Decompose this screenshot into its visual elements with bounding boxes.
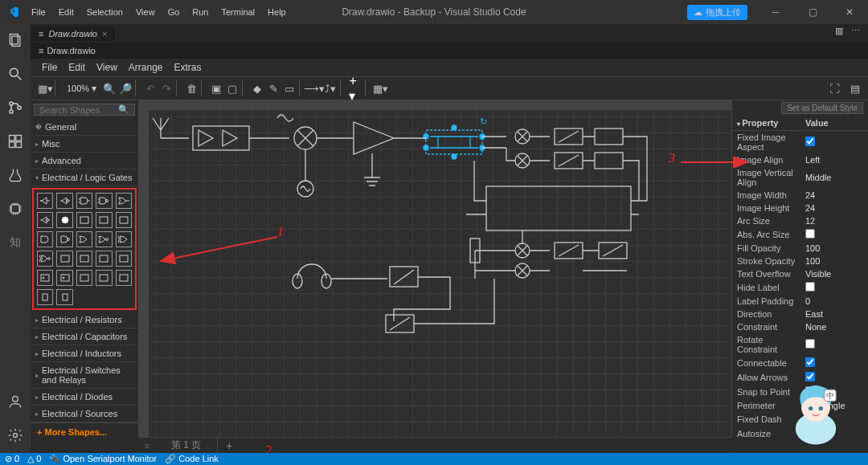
cat-switches[interactable]: ▸Electrical / Switches and Relays xyxy=(31,362,138,389)
gate-inv[interactable] xyxy=(37,212,53,228)
prop-value[interactable] xyxy=(805,386,815,398)
prop-value[interactable]: 24 xyxy=(805,203,815,213)
prop-row[interactable]: Snap to Point xyxy=(732,385,868,399)
prop-row[interactable]: Label Padding0 xyxy=(732,295,868,308)
breadcrumb-file[interactable]: Draw.drawio xyxy=(47,46,96,55)
gate-box3[interactable] xyxy=(116,212,132,228)
tab-draw-drawio[interactable]: ≡ Draw.drawio × xyxy=(31,27,115,41)
gate-b9[interactable] xyxy=(116,270,132,286)
extensions-icon[interactable] xyxy=(6,132,25,151)
prop-row[interactable]: ConstraintNone xyxy=(732,320,868,333)
menu-help[interactable]: Help xyxy=(262,4,292,20)
prop-value[interactable]: None xyxy=(805,322,826,332)
zoom-out-icon[interactable]: 🔎 xyxy=(119,82,132,95)
cat-inductors[interactable]: ▸Electrical / Inductors xyxy=(31,345,138,362)
drawio-canvas[interactable]: ↻ xyxy=(139,100,731,437)
prop-row[interactable]: Image Height24 xyxy=(732,202,868,214)
gate-xnor[interactable] xyxy=(37,251,53,267)
prop-row[interactable]: Image AlignLeft xyxy=(732,153,868,166)
prop-value[interactable] xyxy=(805,428,815,437)
prop-row[interactable]: PerimeterRectangle xyxy=(732,399,868,412)
prop-value[interactable] xyxy=(805,372,815,383)
gate-b6[interactable] xyxy=(56,270,72,286)
to-back-icon[interactable]: ▢ xyxy=(226,82,239,95)
prop-value[interactable]: 24 xyxy=(805,190,815,200)
gate-box2[interactable] xyxy=(96,212,112,228)
cat-diodes[interactable]: ▸Electrical / Diodes xyxy=(31,389,138,406)
gate-b4[interactable] xyxy=(116,251,132,267)
cat-sources[interactable]: ▸Electrical / Sources xyxy=(31,406,138,422)
window-maximize[interactable]: ▢ xyxy=(794,0,831,24)
zoom-in-icon[interactable]: 🔍 xyxy=(103,82,116,95)
prop-value[interactable]: 12 xyxy=(805,216,815,226)
table-icon[interactable]: ▦▾ xyxy=(374,82,387,95)
prop-row[interactable]: Stroke Opacity100 xyxy=(732,255,868,267)
gate-or2[interactable] xyxy=(76,231,92,247)
gate-nor[interactable] xyxy=(96,231,112,247)
prop-row[interactable]: DirectionEast xyxy=(732,308,868,320)
prop-value[interactable]: 0 xyxy=(805,296,810,306)
shadow-icon[interactable]: ▭ xyxy=(283,82,296,95)
cat-logic-gates[interactable]: ▾Electrical / Logic Gates xyxy=(31,169,138,186)
gate-buffer[interactable] xyxy=(37,193,53,209)
prop-value[interactable]: Visible xyxy=(805,269,831,279)
menu-view[interactable]: View xyxy=(130,4,161,20)
redo-icon[interactable]: ↷ xyxy=(160,82,173,95)
prop-value[interactable]: East xyxy=(805,309,823,319)
gate-nand[interactable] xyxy=(96,193,112,209)
gate-b1[interactable] xyxy=(56,251,72,267)
prop-value[interactable]: Rectangle xyxy=(805,401,845,410)
cat-advanced[interactable]: ▸Advanced xyxy=(31,153,138,169)
prop-value[interactable]: Middle xyxy=(805,173,831,182)
prop-row[interactable]: Image Vertical AlignMiddle xyxy=(732,166,868,189)
window-minimize[interactable]: ─ xyxy=(757,0,794,24)
settings-icon[interactable] xyxy=(6,426,25,445)
to-front-icon[interactable]: ▣ xyxy=(210,82,223,95)
gate-and[interactable] xyxy=(76,193,92,209)
gate-nand2[interactable] xyxy=(56,231,72,247)
gate-not[interactable] xyxy=(56,193,72,209)
undo-icon[interactable]: ↶ xyxy=(144,82,157,95)
status-code-link[interactable]: 🔗 Code Link xyxy=(165,454,219,464)
prop-value[interactable]: 100 xyxy=(805,243,820,253)
prop-value[interactable]: 100 xyxy=(805,256,820,266)
gate-b2[interactable] xyxy=(76,251,92,267)
set-default-style-button[interactable]: Set as Default Style xyxy=(781,102,863,114)
search-shapes-input[interactable] xyxy=(39,105,118,115)
waypoints-icon[interactable]: ⤴▾ xyxy=(324,82,337,95)
page-menu-icon[interactable]: ≡ xyxy=(139,441,155,451)
prop-row[interactable]: Text OverflowVisible xyxy=(732,267,868,280)
prop-row[interactable]: Arc Size12 xyxy=(732,214,868,227)
add-page-button[interactable]: + xyxy=(218,438,240,454)
prop-value[interactable] xyxy=(805,357,815,369)
prop-row[interactable]: Image Width24 xyxy=(732,189,868,202)
drawio-menu-view[interactable]: View xyxy=(92,60,122,75)
split-editor-icon[interactable]: ▥ xyxy=(835,26,843,36)
status-warnings[interactable]: △ 0 xyxy=(27,454,41,464)
prop-row[interactable]: Fixed Image Aspect xyxy=(732,131,868,153)
window-close[interactable]: ✕ xyxy=(831,0,868,24)
more-shapes-button[interactable]: + More Shapes... xyxy=(31,422,138,441)
prop-row[interactable]: Connectable xyxy=(732,356,868,370)
status-errors[interactable]: ⊘ 0 xyxy=(5,454,19,464)
prop-row[interactable]: Rotate Constraint xyxy=(732,333,868,356)
gate-sm2[interactable] xyxy=(56,289,72,305)
more-actions-icon[interactable]: ⋯ xyxy=(851,26,860,36)
cat-general[interactable]: � General xyxy=(31,119,138,136)
gate-box1[interactable] xyxy=(76,212,92,228)
prop-row[interactable]: Allow Arrows xyxy=(732,370,868,385)
format-panel-icon[interactable]: ▤ xyxy=(849,82,862,95)
prop-row[interactable]: Hide Label xyxy=(732,280,868,295)
chip-icon[interactable] xyxy=(6,199,25,218)
testing-icon[interactable] xyxy=(6,165,25,185)
prop-row[interactable]: Fixed Dash xyxy=(732,412,868,426)
diagram-content[interactable]: ↻ xyxy=(149,110,727,437)
gate-xor[interactable] xyxy=(116,231,132,247)
gate-and2[interactable] xyxy=(37,231,53,247)
prop-value[interactable] xyxy=(805,339,815,350)
gate-b7[interactable] xyxy=(76,270,92,286)
page-1-tab[interactable]: 第 1 页 xyxy=(155,437,218,454)
gate-circle[interactable] xyxy=(56,212,72,228)
gate-b5[interactable] xyxy=(37,270,53,286)
source-control-icon[interactable] xyxy=(6,98,25,117)
